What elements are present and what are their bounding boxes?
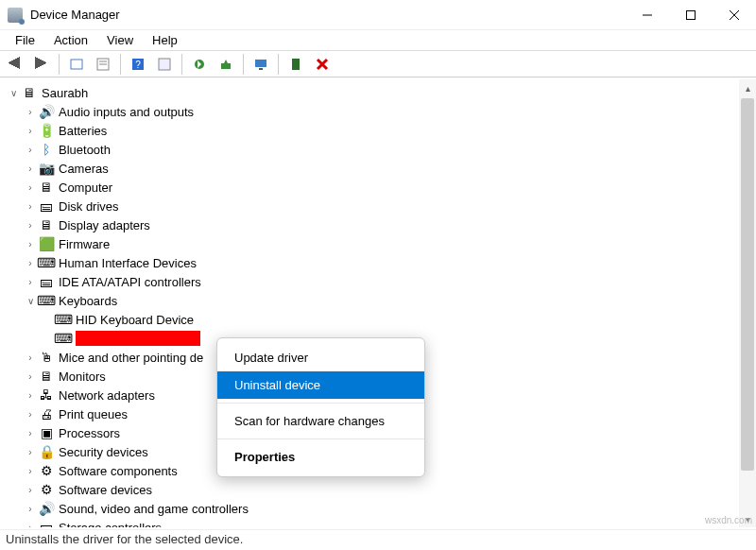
menu-file[interactable]: File [6, 31, 44, 49]
device-category-icon: ⌨ [55, 331, 72, 346]
show-hidden-button[interactable] [65, 53, 88, 76]
expand-icon[interactable]: › [23, 201, 38, 212]
expand-icon[interactable]: › [23, 504, 38, 514]
device-category-icon: ▣ [38, 425, 55, 440]
tree-node-label: Cameras [59, 162, 109, 176]
expand-icon[interactable]: › [23, 371, 38, 382]
tree-node-label: Sound, video and game controllers [59, 502, 249, 516]
device-category-icon: 🖥 [21, 85, 38, 100]
tree-node-label: Network adapters [59, 388, 155, 403]
tree-node[interactable]: ›📷Cameras [6, 159, 756, 178]
tree-node[interactable]: ›🖴Disk drives [6, 197, 756, 215]
tree-node-label: Mice and other pointing de [59, 351, 203, 365]
device-category-icon: 🖧 [38, 387, 55, 403]
collapse-icon[interactable]: ∨ [6, 88, 21, 98]
device-category-icon: 🖥 [38, 369, 55, 384]
tree-node[interactable]: ∨🖥Saurabh [6, 83, 756, 102]
scroll-up-arrow[interactable]: ▴ [739, 79, 756, 96]
expand-icon[interactable]: › [23, 239, 38, 249]
tree-node[interactable]: ›⚙Software devices [6, 480, 756, 499]
device-category-icon: 🖴 [38, 198, 55, 214]
tree-node[interactable]: ›ᛒBluetooth [6, 140, 756, 159]
expand-icon[interactable]: › [23, 277, 38, 287]
device-category-icon: 🖥 [38, 180, 55, 195]
monitor-button[interactable] [249, 53, 272, 76]
expand-icon[interactable]: › [23, 107, 38, 117]
context-menu: Update driverUninstall deviceScan for ha… [216, 337, 425, 477]
prop2-button[interactable] [153, 53, 176, 76]
tree-node-label: Display adapters [59, 218, 150, 232]
tree-node[interactable]: ⌨HID Keyboard Device [6, 310, 756, 329]
context-menu-item-uninstall-device[interactable]: Uninstall device [217, 371, 424, 399]
toolbar-separator [120, 54, 121, 75]
svg-rect-10 [159, 59, 170, 70]
tree-node-label: Print queues [59, 407, 128, 421]
collapse-icon[interactable]: ∨ [23, 296, 38, 306]
device-category-icon: 🖱 [38, 350, 55, 365]
expand-icon[interactable]: › [23, 409, 38, 420]
vertical-scrollbar[interactable]: ▴ ▾ [739, 79, 756, 527]
context-menu-item-update-driver[interactable]: Update driver [217, 344, 424, 371]
device-category-icon: 🟩 [38, 236, 55, 251]
tree-node[interactable]: ›⌨Human Interface Devices [6, 253, 756, 272]
expand-icon[interactable]: › [23, 466, 38, 476]
svg-text:?: ? [135, 60, 141, 70]
device-category-icon: ⚙ [38, 463, 55, 478]
expand-icon[interactable]: › [23, 258, 38, 268]
update-driver-button[interactable] [215, 53, 237, 76]
device-category-icon: 🔒 [38, 444, 55, 459]
expand-icon[interactable]: › [23, 163, 38, 174]
tree-node[interactable]: ›🖥Computer [6, 178, 756, 197]
expand-icon[interactable]: › [23, 220, 38, 231]
expand-icon[interactable]: › [23, 428, 38, 438]
expand-icon[interactable]: › [23, 352, 38, 363]
expand-icon[interactable]: › [23, 126, 38, 136]
properties-button[interactable] [92, 53, 114, 76]
context-menu-item-properties[interactable]: Properties [217, 443, 424, 471]
menu-action[interactable]: Action [44, 31, 97, 49]
menu-bar: File Action View Help [0, 30, 756, 51]
help-button[interactable]: ? [127, 53, 149, 76]
forward-button[interactable]: ⯈ [30, 53, 53, 76]
device-category-icon: 🖥 [38, 217, 55, 232]
svg-rect-15 [292, 59, 300, 70]
back-button[interactable]: ⯇ [4, 53, 26, 76]
status-text: Uninstalls the driver for the selected d… [6, 532, 243, 546]
minimize-button[interactable] [626, 0, 669, 30]
tree-node-label: Storage controllers [59, 521, 162, 528]
tree-node[interactable]: ›🔋Batteries [6, 121, 756, 140]
context-menu-item-scan-for-hardware-changes[interactable]: Scan for hardware changes [217, 407, 424, 435]
device-category-icon: 🖴 [38, 274, 55, 289]
device-category-icon: ᛒ [38, 142, 55, 157]
scroll-thumb[interactable] [741, 98, 754, 471]
close-button[interactable] [713, 0, 756, 30]
tree-node[interactable]: ›🖴Storage controllers [6, 518, 756, 527]
tree-node-label: Monitors [59, 370, 106, 384]
svg-rect-4 [71, 60, 82, 69]
menu-help[interactable]: Help [143, 31, 187, 49]
tree-node[interactable]: ›🖥Display adapters [6, 215, 756, 234]
tree-node[interactable]: ›🔊Sound, video and game controllers [6, 499, 756, 518]
toolbar-separator [59, 54, 60, 75]
tree-node[interactable]: ∨⌨Keyboards [6, 291, 756, 310]
uninstall-button[interactable] [311, 53, 334, 76]
menu-view[interactable]: View [97, 31, 143, 49]
expand-icon[interactable]: › [23, 145, 38, 155]
tree-node-label: Human Interface Devices [59, 256, 197, 270]
status-bar: Uninstalls the driver for the selected d… [0, 529, 756, 550]
tree-node-label: Security devices [59, 445, 148, 459]
expand-icon[interactable]: › [23, 447, 38, 457]
expand-icon[interactable]: › [23, 523, 38, 528]
tree-node[interactable]: ›🟩Firmware [6, 234, 756, 253]
expand-icon[interactable]: › [23, 390, 38, 401]
device-category-icon: 🖨 [38, 406, 55, 421]
tree-node[interactable]: ›🔊Audio inputs and outputs [6, 102, 756, 121]
tree-node-label: Software devices [59, 483, 152, 497]
tree-node[interactable]: ›🖴IDE ATA/ATAPI controllers [6, 272, 756, 291]
scan-button[interactable] [188, 53, 211, 76]
maximize-button[interactable] [669, 0, 713, 30]
device-category-icon: ⌨ [55, 312, 72, 327]
expand-icon[interactable]: › [23, 485, 38, 495]
device-button[interactable] [284, 53, 307, 76]
expand-icon[interactable]: › [23, 182, 38, 193]
